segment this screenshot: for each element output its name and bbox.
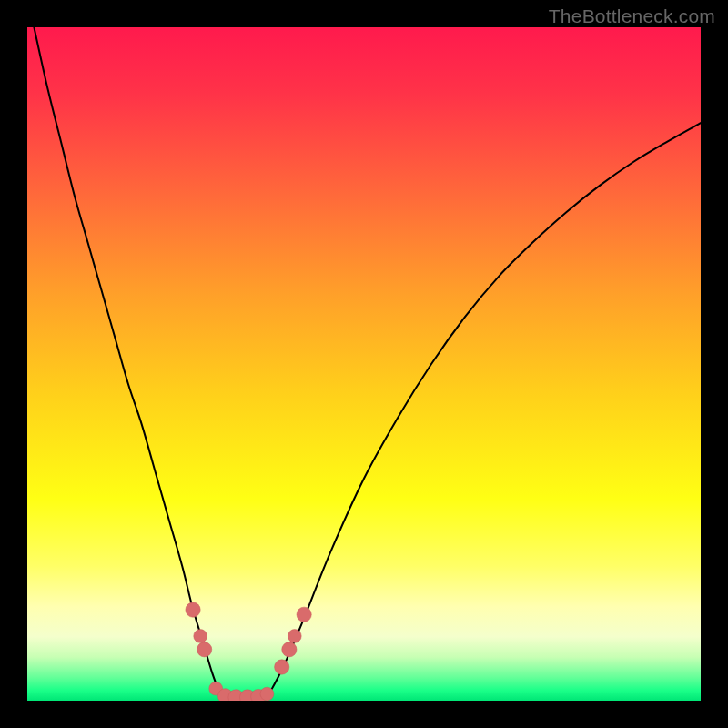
data-marker — [288, 630, 301, 643]
data-marker — [275, 660, 289, 674]
plot-area — [27, 27, 701, 701]
data-marker — [260, 687, 274, 701]
watermark-text: TheBottleneck.com — [549, 5, 715, 27]
data-marker — [194, 630, 207, 643]
data-marker — [186, 602, 200, 617]
data-marker — [297, 607, 311, 622]
data-marker — [282, 642, 297, 657]
bottleneck-curves — [27, 27, 701, 701]
data-marker — [197, 642, 211, 657]
chart-frame: TheBottleneck.com — [0, 0, 728, 728]
bottleneck-curve-path — [34, 27, 701, 699]
